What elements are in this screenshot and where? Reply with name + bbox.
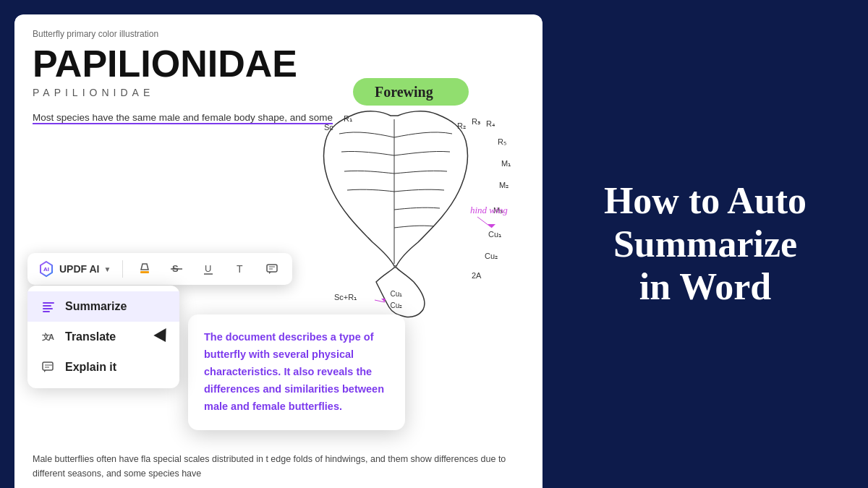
- menu-item-summarize[interactable]: Summarize: [27, 291, 179, 322]
- doc-bottom-text: Male butterflies often have fla special …: [33, 452, 524, 481]
- svg-rect-35: [43, 305, 51, 307]
- svg-text:R₄: R₄: [486, 119, 495, 128]
- toolbar-divider: [122, 260, 123, 278]
- text-format-icon[interactable]: T: [230, 259, 250, 279]
- translate-icon: 文A: [41, 329, 56, 345]
- svg-text:A: A: [48, 333, 54, 341]
- butterfly-illustration: Forewing R₂ R₃ R₄: [268, 72, 542, 325]
- explain-icon: [41, 359, 56, 375]
- svg-line-15: [477, 217, 492, 228]
- bottom-text-content: Male butterflies often have fla special …: [33, 454, 506, 479]
- summary-text: The document describes a type of butterf…: [204, 329, 389, 416]
- comment-icon[interactable]: [262, 259, 282, 279]
- svg-text:R₃: R₃: [472, 117, 480, 126]
- svg-rect-34: [43, 302, 54, 304]
- dropdown-chevron-icon[interactable]: ▼: [103, 265, 111, 273]
- summarize-label: Summarize: [65, 300, 127, 313]
- highlight-icon[interactable]: [135, 259, 155, 279]
- svg-rect-24: [140, 271, 149, 273]
- updf-logo-icon: AI: [38, 260, 55, 278]
- svg-text:Cu₁: Cu₁: [391, 290, 403, 298]
- svg-marker-33: [269, 272, 271, 274]
- translate-label: Translate: [65, 330, 116, 343]
- svg-rect-36: [43, 308, 53, 309]
- summarize-icon: [41, 299, 56, 314]
- svg-text:M₂: M₂: [499, 181, 509, 189]
- main-heading: How to Auto Summarize in Word: [604, 179, 807, 309]
- svg-text:Cu₁: Cu₁: [488, 230, 501, 239]
- svg-marker-16: [488, 224, 495, 228]
- menu-item-explain[interactable]: Explain it: [27, 352, 179, 382]
- svg-text:R₁: R₁: [344, 114, 352, 123]
- explain-label: Explain it: [65, 361, 116, 374]
- doc-subtitle: Butterfly primary color illustration: [33, 29, 524, 39]
- svg-rect-30: [267, 265, 277, 272]
- title-line2: Summarize: [613, 223, 797, 265]
- svg-text:hind wing: hind wing: [470, 205, 508, 215]
- forewing-text: Forewing: [375, 84, 433, 100]
- svg-text:M₁: M₁: [501, 159, 511, 168]
- strikethrough-icon[interactable]: S: [166, 259, 187, 279]
- document-area: Butterfly primary color illustration PAP…: [14, 14, 542, 488]
- ai-toolbar: AI UPDF AI ▼ S U T: [27, 253, 292, 285]
- svg-text:Sc: Sc: [324, 123, 333, 132]
- title-line1: How to Auto: [604, 180, 807, 221]
- butterfly-svg: Forewing R₂ R₃ R₄: [268, 72, 535, 318]
- svg-rect-40: [43, 362, 53, 370]
- svg-text:2A: 2A: [472, 271, 482, 280]
- svg-rect-37: [43, 311, 50, 312]
- summary-popup: The document describes a type of butterf…: [188, 314, 405, 430]
- title-line3: in Word: [639, 266, 772, 307]
- ai-brand-label: UPDF AI: [59, 263, 99, 275]
- left-panel: Butterfly primary color illustration PAP…: [14, 14, 542, 488]
- right-panel: How to Auto Summarize in Word: [542, 0, 868, 488]
- svg-text:R₂: R₂: [457, 121, 466, 130]
- svg-text:Sc+R₁: Sc+R₁: [334, 293, 357, 301]
- svg-text:R₅: R₅: [498, 137, 506, 146]
- svg-text:Cu₂: Cu₂: [485, 252, 498, 260]
- underline-icon[interactable]: U: [198, 259, 218, 279]
- svg-text:Cu₂: Cu₂: [391, 301, 403, 309]
- svg-text:U: U: [205, 263, 211, 274]
- right-panel-title: How to Auto Summarize in Word: [604, 179, 807, 309]
- svg-text:AI: AI: [43, 266, 49, 273]
- ai-brand-button[interactable]: AI UPDF AI ▼: [38, 260, 111, 278]
- svg-text:T: T: [237, 263, 243, 275]
